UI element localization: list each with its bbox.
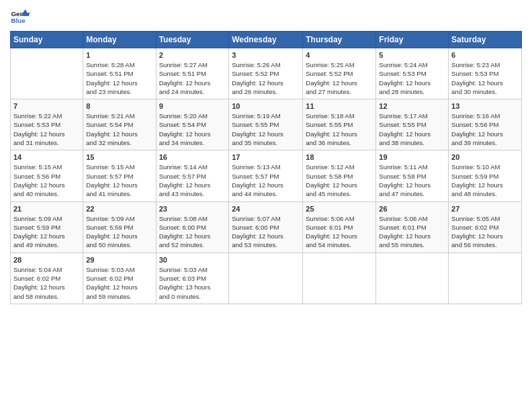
col-header-wednesday: Wednesday — [229, 32, 303, 48]
day-number: 27 — [451, 205, 519, 213]
week-row-1: 1Sunrise: 5:28 AM Sunset: 5:51 PM Daylig… — [11, 48, 522, 99]
day-info: Sunrise: 5:19 AM Sunset: 5:55 PM Dayligh… — [232, 111, 300, 147]
day-number: 22 — [86, 205, 152, 213]
week-row-3: 14Sunrise: 5:15 AM Sunset: 5:56 PM Dayli… — [11, 150, 522, 201]
day-info: Sunrise: 5:18 AM Sunset: 5:55 PM Dayligh… — [306, 111, 373, 147]
col-header-saturday: Saturday — [449, 32, 522, 48]
day-cell — [11, 48, 83, 99]
day-info: Sunrise: 5:15 AM Sunset: 5:56 PM Dayligh… — [13, 163, 80, 198]
day-info: Sunrise: 5:06 AM Sunset: 6:01 PM Dayligh… — [306, 214, 373, 250]
day-info: Sunrise: 5:13 AM Sunset: 5:57 PM Dayligh… — [232, 163, 300, 198]
day-number: 1 — [86, 51, 152, 59]
day-cell: 13Sunrise: 5:16 AM Sunset: 5:56 PM Dayli… — [449, 99, 522, 150]
day-cell: 19Sunrise: 5:11 AM Sunset: 5:58 PM Dayli… — [376, 150, 449, 201]
day-info: Sunrise: 5:28 AM Sunset: 5:51 PM Dayligh… — [86, 60, 152, 96]
header-row: SundayMondayTuesdayWednesdayThursdayFrid… — [11, 32, 522, 48]
day-info: Sunrise: 5:08 AM Sunset: 6:00 PM Dayligh… — [159, 214, 226, 250]
day-cell: 3Sunrise: 5:26 AM Sunset: 5:52 PM Daylig… — [229, 48, 303, 99]
day-cell — [376, 253, 449, 304]
day-number: 20 — [451, 153, 519, 161]
col-header-sunday: Sunday — [11, 32, 83, 48]
day-number: 3 — [232, 51, 300, 59]
day-info: Sunrise: 5:09 AM Sunset: 5:59 PM Dayligh… — [86, 214, 152, 250]
day-info: Sunrise: 5:23 AM Sunset: 5:53 PM Dayligh… — [451, 60, 519, 96]
day-info: Sunrise: 5:16 AM Sunset: 5:56 PM Dayligh… — [451, 111, 519, 147]
day-number: 5 — [379, 51, 445, 59]
day-info: Sunrise: 5:03 AM Sunset: 6:02 PM Dayligh… — [86, 265, 152, 301]
day-cell: 2Sunrise: 5:27 AM Sunset: 5:51 PM Daylig… — [156, 48, 229, 99]
main-container: General Blue SundayMondayTuesdayWednesda… — [0, 0, 532, 311]
day-number: 9 — [159, 102, 226, 110]
day-number: 14 — [13, 153, 80, 161]
day-info: Sunrise: 5:03 AM Sunset: 6:03 PM Dayligh… — [159, 265, 226, 301]
col-header-friday: Friday — [376, 32, 449, 48]
day-cell: 18Sunrise: 5:12 AM Sunset: 5:58 PM Dayli… — [303, 150, 376, 201]
day-cell: 24Sunrise: 5:07 AM Sunset: 6:00 PM Dayli… — [229, 201, 303, 253]
day-cell: 12Sunrise: 5:17 AM Sunset: 5:55 PM Dayli… — [376, 99, 449, 150]
day-cell: 22Sunrise: 5:09 AM Sunset: 5:59 PM Dayli… — [83, 201, 156, 253]
day-number: 4 — [306, 51, 373, 59]
day-number: 18 — [306, 153, 373, 161]
day-info: Sunrise: 5:12 AM Sunset: 5:58 PM Dayligh… — [306, 163, 373, 198]
day-number: 16 — [159, 153, 226, 161]
calendar-table: SundayMondayTuesdayWednesdayThursdayFrid… — [10, 31, 522, 304]
day-cell: 4Sunrise: 5:25 AM Sunset: 5:52 PM Daylig… — [303, 48, 376, 99]
day-number: 17 — [232, 153, 300, 161]
col-header-thursday: Thursday — [303, 32, 376, 48]
day-info: Sunrise: 5:24 AM Sunset: 5:53 PM Dayligh… — [379, 60, 445, 96]
day-number: 8 — [86, 102, 152, 110]
day-number: 21 — [13, 205, 80, 213]
day-info: Sunrise: 5:25 AM Sunset: 5:52 PM Dayligh… — [306, 60, 373, 96]
day-info: Sunrise: 5:05 AM Sunset: 6:02 PM Dayligh… — [451, 214, 519, 250]
day-info: Sunrise: 5:27 AM Sunset: 5:51 PM Dayligh… — [159, 60, 226, 96]
header: General Blue — [10, 7, 522, 27]
week-row-2: 7Sunrise: 5:22 AM Sunset: 5:53 PM Daylig… — [11, 99, 522, 150]
day-cell: 17Sunrise: 5:13 AM Sunset: 5:57 PM Dayli… — [229, 150, 303, 201]
logo: General Blue — [10, 7, 30, 27]
day-number: 29 — [86, 256, 152, 264]
day-cell: 9Sunrise: 5:20 AM Sunset: 5:54 PM Daylig… — [156, 99, 229, 150]
day-cell: 29Sunrise: 5:03 AM Sunset: 6:02 PM Dayli… — [83, 253, 156, 304]
svg-text:Blue: Blue — [11, 17, 26, 24]
day-number: 25 — [306, 205, 373, 213]
day-cell: 10Sunrise: 5:19 AM Sunset: 5:55 PM Dayli… — [229, 99, 303, 150]
day-cell: 27Sunrise: 5:05 AM Sunset: 6:02 PM Dayli… — [449, 201, 522, 253]
day-cell: 16Sunrise: 5:14 AM Sunset: 5:57 PM Dayli… — [156, 150, 229, 201]
day-cell: 6Sunrise: 5:23 AM Sunset: 5:53 PM Daylig… — [449, 48, 522, 99]
day-cell: 7Sunrise: 5:22 AM Sunset: 5:53 PM Daylig… — [11, 99, 83, 150]
day-info: Sunrise: 5:15 AM Sunset: 5:57 PM Dayligh… — [86, 163, 152, 198]
day-cell: 5Sunrise: 5:24 AM Sunset: 5:53 PM Daylig… — [376, 48, 449, 99]
day-number: 13 — [451, 102, 519, 110]
week-row-5: 28Sunrise: 5:04 AM Sunset: 6:02 PM Dayli… — [11, 253, 522, 304]
day-info: Sunrise: 5:17 AM Sunset: 5:55 PM Dayligh… — [379, 111, 445, 147]
day-number: 19 — [379, 153, 445, 161]
day-cell: 8Sunrise: 5:21 AM Sunset: 5:54 PM Daylig… — [83, 99, 156, 150]
day-number: 7 — [13, 102, 80, 110]
day-info: Sunrise: 5:11 AM Sunset: 5:58 PM Dayligh… — [379, 163, 445, 198]
day-number: 11 — [306, 102, 373, 110]
day-number: 2 — [159, 51, 226, 59]
day-info: Sunrise: 5:14 AM Sunset: 5:57 PM Dayligh… — [159, 163, 226, 198]
day-info: Sunrise: 5:20 AM Sunset: 5:54 PM Dayligh… — [159, 111, 226, 147]
day-info: Sunrise: 5:21 AM Sunset: 5:54 PM Dayligh… — [86, 111, 152, 147]
day-cell: 14Sunrise: 5:15 AM Sunset: 5:56 PM Dayli… — [11, 150, 83, 201]
day-info: Sunrise: 5:06 AM Sunset: 6:01 PM Dayligh… — [379, 214, 445, 250]
logo-icon: General Blue — [10, 7, 30, 27]
day-cell: 11Sunrise: 5:18 AM Sunset: 5:55 PM Dayli… — [303, 99, 376, 150]
day-number: 28 — [13, 256, 80, 264]
day-number: 23 — [159, 205, 226, 213]
day-info: Sunrise: 5:07 AM Sunset: 6:00 PM Dayligh… — [232, 214, 300, 250]
day-cell: 15Sunrise: 5:15 AM Sunset: 5:57 PM Dayli… — [83, 150, 156, 201]
day-cell: 25Sunrise: 5:06 AM Sunset: 6:01 PM Dayli… — [303, 201, 376, 253]
day-info: Sunrise: 5:09 AM Sunset: 5:59 PM Dayligh… — [13, 214, 80, 250]
day-number: 26 — [379, 205, 445, 213]
day-cell: 21Sunrise: 5:09 AM Sunset: 5:59 PM Dayli… — [11, 201, 83, 253]
day-number: 12 — [379, 102, 445, 110]
col-header-monday: Monday — [83, 32, 156, 48]
day-cell: 23Sunrise: 5:08 AM Sunset: 6:00 PM Dayli… — [156, 201, 229, 253]
week-row-4: 21Sunrise: 5:09 AM Sunset: 5:59 PM Dayli… — [11, 201, 522, 253]
day-info: Sunrise: 5:10 AM Sunset: 5:59 PM Dayligh… — [451, 163, 519, 198]
col-header-tuesday: Tuesday — [156, 32, 229, 48]
day-cell: 30Sunrise: 5:03 AM Sunset: 6:03 PM Dayli… — [156, 253, 229, 304]
day-cell — [229, 253, 303, 304]
